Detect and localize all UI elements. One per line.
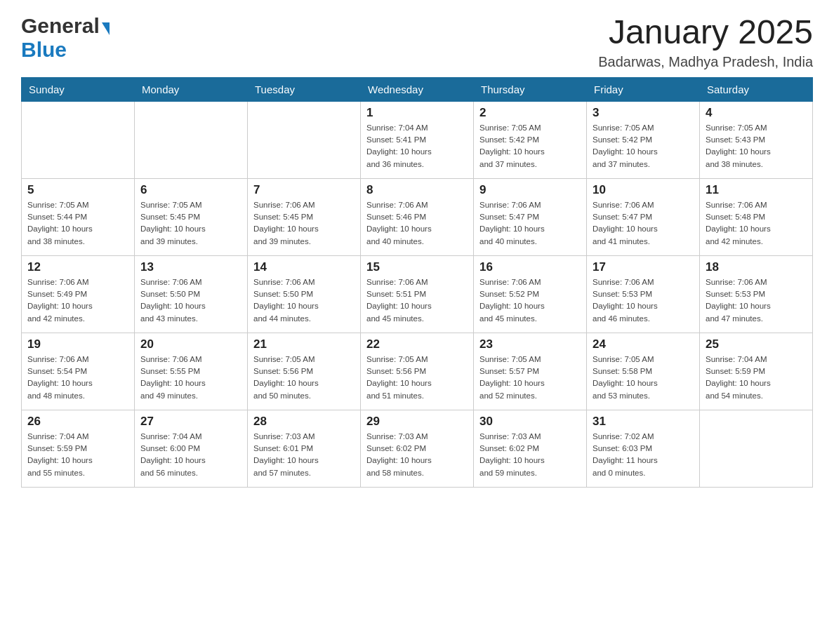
day-number: 10 — [593, 183, 694, 197]
logo-blue: Blue — [21, 38, 67, 61]
day-info: Sunrise: 7:06 AM Sunset: 5:47 PM Dayligh… — [479, 199, 581, 248]
day-info: Sunrise: 7:05 AM Sunset: 5:43 PM Dayligh… — [706, 122, 807, 170]
day-number: 12 — [27, 260, 128, 274]
day-number: 11 — [706, 183, 807, 197]
day-info: Sunrise: 7:05 AM Sunset: 5:45 PM Dayligh… — [140, 199, 241, 248]
calendar-cell: 2Sunrise: 7:05 AM Sunset: 5:42 PM Daylig… — [474, 101, 587, 178]
calendar-cell: 19Sunrise: 7:06 AM Sunset: 5:54 PM Dayli… — [22, 333, 135, 410]
calendar-cell — [700, 410, 813, 487]
day-info: Sunrise: 7:02 AM Sunset: 6:03 PM Dayligh… — [593, 431, 694, 479]
day-number: 17 — [593, 260, 694, 274]
day-info: Sunrise: 7:06 AM Sunset: 5:53 PM Dayligh… — [706, 276, 807, 325]
day-info: Sunrise: 7:05 AM Sunset: 5:42 PM Dayligh… — [479, 122, 581, 170]
day-info: Sunrise: 7:05 AM Sunset: 5:57 PM Dayligh… — [479, 354, 581, 402]
day-number: 15 — [366, 260, 468, 274]
calendar-cell: 21Sunrise: 7:05 AM Sunset: 5:56 PM Dayli… — [248, 333, 361, 410]
day-number: 16 — [479, 260, 581, 274]
day-info: Sunrise: 7:06 AM Sunset: 5:49 PM Dayligh… — [27, 276, 128, 325]
day-number: 14 — [253, 260, 355, 274]
calendar-cell: 1Sunrise: 7:04 AM Sunset: 5:41 PM Daylig… — [361, 101, 474, 178]
day-number: 3 — [593, 106, 694, 120]
day-info: Sunrise: 7:04 AM Sunset: 5:41 PM Dayligh… — [366, 122, 468, 170]
day-number: 6 — [140, 183, 241, 197]
day-info: Sunrise: 7:05 AM Sunset: 5:58 PM Dayligh… — [593, 354, 694, 402]
day-info: Sunrise: 7:04 AM Sunset: 6:00 PM Dayligh… — [140, 431, 241, 479]
day-number: 8 — [366, 183, 468, 197]
day-number: 25 — [706, 337, 807, 351]
day-info: Sunrise: 7:03 AM Sunset: 6:01 PM Dayligh… — [253, 431, 355, 479]
day-info: Sunrise: 7:06 AM Sunset: 5:48 PM Dayligh… — [706, 199, 807, 248]
day-number: 28 — [253, 415, 355, 429]
calendar-cell: 3Sunrise: 7:05 AM Sunset: 5:42 PM Daylig… — [587, 101, 700, 178]
calendar-cell: 27Sunrise: 7:04 AM Sunset: 6:00 PM Dayli… — [135, 410, 248, 487]
weekday-header-sunday: Sunday — [22, 77, 135, 101]
calendar-cell: 9Sunrise: 7:06 AM Sunset: 5:47 PM Daylig… — [474, 178, 587, 255]
calendar-cell: 17Sunrise: 7:06 AM Sunset: 5:53 PM Dayli… — [587, 255, 700, 333]
day-number: 2 — [479, 106, 581, 120]
subtitle: Badarwas, Madhya Pradesh, India — [598, 54, 813, 70]
weekday-header-row: SundayMondayTuesdayWednesdayThursdayFrid… — [22, 77, 813, 101]
logo: General Blue — [21, 14, 110, 62]
day-number: 13 — [140, 260, 241, 274]
weekday-header-monday: Monday — [135, 77, 248, 101]
calendar-cell: 20Sunrise: 7:06 AM Sunset: 5:55 PM Dayli… — [135, 333, 248, 410]
day-info: Sunrise: 7:06 AM Sunset: 5:55 PM Dayligh… — [140, 354, 241, 402]
day-info: Sunrise: 7:04 AM Sunset: 5:59 PM Dayligh… — [706, 354, 807, 402]
day-info: Sunrise: 7:05 AM Sunset: 5:42 PM Dayligh… — [593, 122, 694, 170]
calendar-cell: 28Sunrise: 7:03 AM Sunset: 6:01 PM Dayli… — [248, 410, 361, 487]
day-info: Sunrise: 7:06 AM Sunset: 5:50 PM Dayligh… — [140, 276, 241, 325]
day-info: Sunrise: 7:06 AM Sunset: 5:53 PM Dayligh… — [593, 276, 694, 325]
day-info: Sunrise: 7:06 AM Sunset: 5:45 PM Dayligh… — [253, 199, 355, 248]
day-info: Sunrise: 7:06 AM Sunset: 5:46 PM Dayligh… — [366, 199, 468, 248]
calendar-cell: 18Sunrise: 7:06 AM Sunset: 5:53 PM Dayli… — [700, 255, 813, 333]
calendar-week-row: 26Sunrise: 7:04 AM Sunset: 5:59 PM Dayli… — [22, 410, 813, 487]
calendar-cell: 13Sunrise: 7:06 AM Sunset: 5:50 PM Dayli… — [135, 255, 248, 333]
calendar-cell — [22, 101, 135, 178]
calendar-cell: 25Sunrise: 7:04 AM Sunset: 5:59 PM Dayli… — [700, 333, 813, 410]
day-info: Sunrise: 7:06 AM Sunset: 5:52 PM Dayligh… — [479, 276, 581, 325]
calendar-cell: 14Sunrise: 7:06 AM Sunset: 5:50 PM Dayli… — [248, 255, 361, 333]
day-number: 19 — [27, 337, 128, 351]
calendar-cell — [135, 101, 248, 178]
calendar-cell: 22Sunrise: 7:05 AM Sunset: 5:56 PM Dayli… — [361, 333, 474, 410]
calendar-cell: 8Sunrise: 7:06 AM Sunset: 5:46 PM Daylig… — [361, 178, 474, 255]
calendar-cell: 12Sunrise: 7:06 AM Sunset: 5:49 PM Dayli… — [22, 255, 135, 333]
calendar-table: SundayMondayTuesdayWednesdayThursdayFrid… — [21, 77, 813, 488]
title-block: January 2025 Badarwas, Madhya Pradesh, I… — [598, 14, 813, 70]
day-number: 7 — [253, 183, 355, 197]
day-number: 26 — [27, 415, 128, 429]
calendar-cell: 10Sunrise: 7:06 AM Sunset: 5:47 PM Dayli… — [587, 178, 700, 255]
day-number: 23 — [479, 337, 581, 351]
day-info: Sunrise: 7:06 AM Sunset: 5:54 PM Dayligh… — [27, 354, 128, 402]
calendar-week-row: 19Sunrise: 7:06 AM Sunset: 5:54 PM Dayli… — [22, 333, 813, 410]
day-info: Sunrise: 7:06 AM Sunset: 5:47 PM Dayligh… — [593, 199, 694, 248]
day-number: 31 — [593, 415, 694, 429]
day-number: 27 — [140, 415, 241, 429]
calendar-cell: 31Sunrise: 7:02 AM Sunset: 6:03 PM Dayli… — [587, 410, 700, 487]
day-number: 21 — [253, 337, 355, 351]
day-number: 18 — [706, 260, 807, 274]
day-info: Sunrise: 7:06 AM Sunset: 5:51 PM Dayligh… — [366, 276, 468, 325]
day-info: Sunrise: 7:03 AM Sunset: 6:02 PM Dayligh… — [479, 431, 581, 479]
day-number: 4 — [706, 106, 807, 120]
day-number: 20 — [140, 337, 241, 351]
day-info: Sunrise: 7:04 AM Sunset: 5:59 PM Dayligh… — [27, 431, 128, 479]
calendar-cell: 30Sunrise: 7:03 AM Sunset: 6:02 PM Dayli… — [474, 410, 587, 487]
calendar-cell: 11Sunrise: 7:06 AM Sunset: 5:48 PM Dayli… — [700, 178, 813, 255]
day-number: 1 — [366, 106, 468, 120]
calendar-week-row: 1Sunrise: 7:04 AM Sunset: 5:41 PM Daylig… — [22, 101, 813, 178]
day-number: 9 — [479, 183, 581, 197]
page-title: January 2025 — [598, 14, 813, 51]
weekday-header-saturday: Saturday — [700, 77, 813, 101]
day-info: Sunrise: 7:05 AM Sunset: 5:56 PM Dayligh… — [253, 354, 355, 402]
logo-arrow-icon — [102, 22, 110, 35]
calendar-cell: 26Sunrise: 7:04 AM Sunset: 5:59 PM Dayli… — [22, 410, 135, 487]
calendar-cell — [248, 101, 361, 178]
calendar-week-row: 5Sunrise: 7:05 AM Sunset: 5:44 PM Daylig… — [22, 178, 813, 255]
weekday-header-thursday: Thursday — [474, 77, 587, 101]
weekday-header-wednesday: Wednesday — [361, 77, 474, 101]
calendar-cell: 23Sunrise: 7:05 AM Sunset: 5:57 PM Dayli… — [474, 333, 587, 410]
calendar-cell: 7Sunrise: 7:06 AM Sunset: 5:45 PM Daylig… — [248, 178, 361, 255]
weekday-header-friday: Friday — [587, 77, 700, 101]
calendar-cell: 5Sunrise: 7:05 AM Sunset: 5:44 PM Daylig… — [22, 178, 135, 255]
